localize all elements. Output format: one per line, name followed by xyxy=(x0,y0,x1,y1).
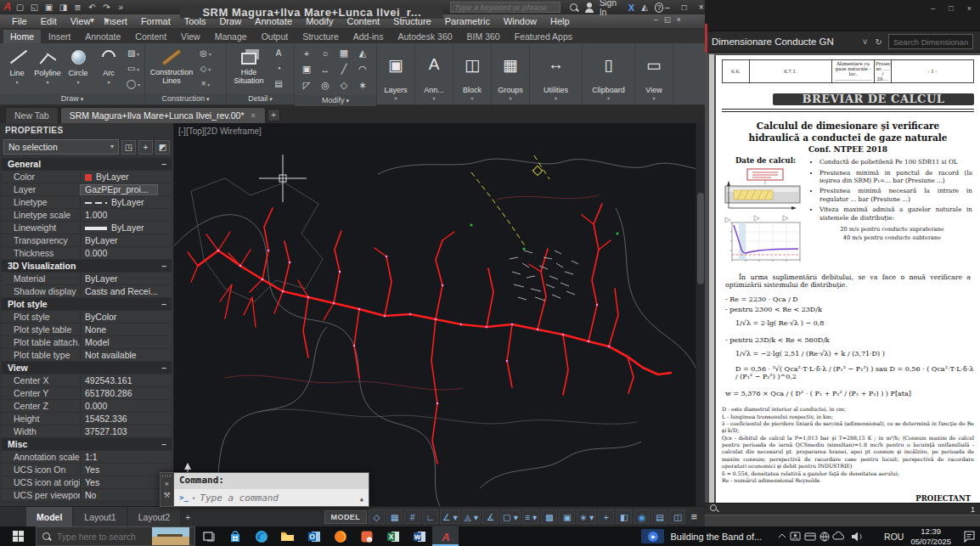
qat-save-button[interactable]: ▣ xyxy=(42,1,55,14)
zoom-icon[interactable] xyxy=(710,504,719,514)
qat-redo-button[interactable]: ↷ ▾ xyxy=(99,1,113,14)
panel-view[interactable]: ▭ View ▾ xyxy=(635,43,673,104)
a360-icon[interactable]: ◭ xyxy=(641,3,648,12)
file-tab-current[interactable]: SRM Magura+Ilva Mare+Lunca Ilvei_rev.00*… xyxy=(60,107,266,123)
circle-tool-button[interactable]: Circle xyxy=(64,45,93,92)
excel-icon[interactable]: X xyxy=(380,526,406,546)
panel-layers[interactable]: ▣ Layers ▾ xyxy=(377,43,415,104)
model-viewport[interactable]: [-][Top][2D Wireframe] xyxy=(174,123,705,506)
isolate-objects-icon[interactable]: ◧ xyxy=(616,509,632,524)
word-icon[interactable]: W xyxy=(406,526,432,546)
vault-tray-icon[interactable] xyxy=(805,533,815,540)
qat-saveas-button[interactable]: ◨ xyxy=(56,1,70,14)
annotation-scale-icon[interactable]: ∗ ▾ xyxy=(577,509,596,524)
tab-model[interactable]: Model xyxy=(26,507,73,526)
action-center-icon[interactable] xyxy=(958,526,980,546)
clock[interactable]: 12:39 05/07/2025 xyxy=(910,526,951,546)
line-tool-button[interactable]: Line xyxy=(3,45,31,92)
command-close-icon[interactable]: × xyxy=(165,480,169,488)
command-expand-icon[interactable] xyxy=(360,493,363,504)
chevron-down-icon[interactable]: ˅ xyxy=(861,37,870,47)
rectangle-icon[interactable]: ▭ xyxy=(127,64,140,73)
task-view-button[interactable] xyxy=(195,526,222,546)
pdf-search-input[interactable] xyxy=(888,34,973,49)
close-button[interactable]: × xyxy=(699,3,704,12)
file-tab-add-button[interactable]: + xyxy=(268,109,280,121)
command-input[interactable] xyxy=(200,493,356,504)
minimize-button[interactable]: – xyxy=(665,3,670,12)
snap-mode-icon[interactable]: ▦ xyxy=(386,509,403,524)
menu-file[interactable]: File xyxy=(5,15,34,27)
mirror-icon[interactable]: ◭ xyxy=(359,48,366,59)
file-tab-close-icon[interactable]: ✕ xyxy=(251,111,256,120)
media-control[interactable]: ▶ Building the Band of... xyxy=(638,529,765,543)
object-snap-icon[interactable]: ▢ ▾ xyxy=(500,509,521,524)
command-window[interactable]: × ⚒ Command: >_ xyxy=(160,472,369,507)
stretch-icon[interactable]: ↔ xyxy=(321,65,330,75)
doc-close-icon[interactable]: × xyxy=(677,15,681,24)
menu-window[interactable]: Window xyxy=(497,15,544,27)
drawing-canvas[interactable] xyxy=(174,123,705,506)
command-prompt-icon[interactable]: >_ xyxy=(179,493,195,502)
ellipse-icon[interactable]: ◯ xyxy=(127,79,140,88)
menu-modify[interactable]: Modify xyxy=(299,15,340,27)
hatch-icon[interactable]: ▨ xyxy=(127,48,140,58)
teams-tray-icon[interactable] xyxy=(791,532,800,540)
taskbar-search-input[interactable] xyxy=(57,532,147,542)
modify-panel-title[interactable]: Modify xyxy=(295,95,376,106)
taskbar-search[interactable] xyxy=(36,526,195,546)
qat-open-button[interactable]: ◱ xyxy=(27,1,41,14)
explode-icon[interactable]: ∗ xyxy=(358,80,366,91)
edge-browser-icon[interactable] xyxy=(248,526,274,546)
command-grip[interactable] xyxy=(162,475,172,477)
ribbon-tab-structure[interactable]: Structure xyxy=(296,30,346,43)
polygon-icon[interactable]: ◇ xyxy=(199,64,212,73)
maximize-button[interactable]: □ xyxy=(682,3,687,12)
viewport-controls-label[interactable]: [-][Top][2D Wireframe] xyxy=(178,127,262,136)
pipeline-network[interactable] xyxy=(188,204,671,464)
layout-add-button[interactable]: + xyxy=(181,512,194,522)
network-globe-icon[interactable] xyxy=(820,532,829,541)
quick-select-button[interactable]: ◩ xyxy=(155,140,170,155)
selection-dropdown[interactable]: No selection xyxy=(3,139,119,155)
pdf-scrollbar[interactable] xyxy=(709,54,714,503)
help-search-input[interactable] xyxy=(450,2,560,13)
volume-icon[interactable] xyxy=(852,532,861,541)
toggle-pickadd-button[interactable]: ◳ xyxy=(121,140,136,155)
scale-icon[interactable]: ◸ xyxy=(303,80,310,91)
play-icon[interactable]: ▶ xyxy=(648,532,658,542)
ribbon-tab-annotate[interactable]: Annotate xyxy=(78,30,127,43)
grid-display-icon[interactable]: # xyxy=(404,509,420,524)
info-app-icon[interactable]: i xyxy=(353,526,380,546)
osnap-tracking-icon[interactable]: ∡ xyxy=(482,509,498,524)
ribbon-tab-home[interactable]: Home xyxy=(3,30,41,43)
file-explorer-icon[interactable] xyxy=(274,526,301,546)
pdf-maximize-button[interactable]: □ xyxy=(949,4,953,13)
help-icon[interactable]: ? xyxy=(655,3,663,13)
lineweight-display-icon[interactable]: ≡ ▾ xyxy=(522,509,539,524)
qat-undo-button[interactable]: ↶ ▾ xyxy=(85,1,99,14)
selection-cycling-icon[interactable]: ▣ xyxy=(559,509,575,524)
move-icon[interactable]: + xyxy=(304,48,309,59)
panel-clipboard[interactable]: ▯ Clipboard ▾ xyxy=(583,43,635,104)
qat-plot-button[interactable]: ≣ xyxy=(70,1,84,14)
construction-panel-title[interactable]: Construction xyxy=(145,93,226,104)
ribbon-tab-content[interactable]: Content xyxy=(128,30,173,43)
command-settings-icon[interactable]: ⚒ xyxy=(163,491,170,499)
plot-preview-icon[interactable]: ▤ xyxy=(651,509,667,524)
menu-insert[interactable]: Insert xyxy=(97,15,134,27)
viewport-scrollbar[interactable] xyxy=(696,123,705,506)
ribbon-tab-add-ins[interactable]: Add-ins xyxy=(346,30,391,43)
qat-new-button[interactable]: ▢ xyxy=(13,1,26,14)
doc-minimize-icon[interactable]: – xyxy=(654,15,658,24)
pdf-close-button[interactable]: × xyxy=(967,4,972,13)
infer-constraints-icon[interactable]: ◇ xyxy=(369,509,385,524)
panel-block[interactable]: ◫ Block ▾ xyxy=(453,43,492,104)
polar-tracking-icon[interactable]: ∠ ▾ xyxy=(440,509,460,524)
ribbon-tab-autodesk-360[interactable]: Autodesk 360 xyxy=(391,30,459,43)
autocad-taskbar-icon[interactable]: A xyxy=(432,526,459,546)
interface-lock-icon[interactable]: ◫ xyxy=(669,509,685,524)
menu-view[interactable]: View xyxy=(64,15,98,27)
onedrive-cloud-icon[interactable] xyxy=(833,532,844,539)
rotate-icon[interactable]: ○ xyxy=(323,48,329,59)
